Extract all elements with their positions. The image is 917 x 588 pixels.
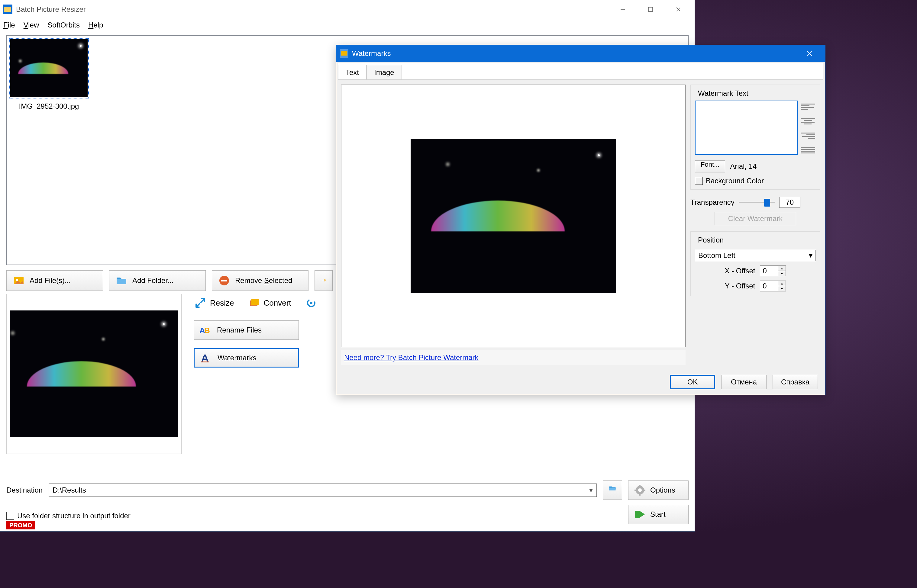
rename-icon: AB [199,324,211,336]
position-select[interactable]: Bottom Left ▾ [695,250,816,261]
extra-button[interactable] [315,270,333,291]
tab-resize[interactable]: Resize [188,294,241,312]
svg-rect-18 [201,362,209,362]
ok-button[interactable]: OK [670,375,715,389]
y-offset-input[interactable]: 0 ▴▾ [760,281,786,291]
watermark-text-input[interactable] [695,100,798,155]
tab-text[interactable]: Text [338,65,367,79]
dialog-tabs: Text Image [338,63,823,80]
menu-file[interactable]: File [3,21,15,29]
watermark-text-group-label: Watermark Text [696,89,750,97]
menu-help[interactable]: Help [88,21,103,29]
options-button[interactable]: Options [628,480,689,500]
svg-rect-23 [634,489,637,491]
transparency-slider[interactable] [739,198,775,207]
thumbnail-item[interactable]: IMG_2952-300.jpg [9,38,89,110]
remove-icon [218,275,230,287]
align-left-icon[interactable] [801,100,815,113]
svg-rect-24 [643,489,645,491]
add-files-button[interactable]: Add File(s)... [6,270,103,291]
window-controls [609,1,692,18]
gear-icon [634,484,646,496]
spin-down-icon[interactable]: ▾ [778,271,786,276]
folder-open-icon [608,484,616,496]
play-icon [634,508,646,520]
image-icon [13,275,25,287]
tab-more[interactable] [299,294,324,312]
app-icon [340,49,348,58]
cancel-button[interactable]: Отмена [721,375,767,389]
svg-point-20 [638,488,642,492]
close-button[interactable] [665,1,692,18]
preview-image [10,310,178,437]
watermark-icon: A [199,352,212,364]
align-right-icon[interactable] [801,129,815,142]
folder-structure-label: Use folder structure in output folder [17,512,131,520]
font-button[interactable]: Font... [695,160,725,173]
svg-rect-2 [4,7,11,12]
svg-text:B: B [204,326,210,335]
transparency-label: Transparency [691,198,734,207]
background-color-label: Background Color [706,177,764,185]
x-offset-input[interactable]: 0 ▴▾ [760,265,786,276]
dialog-titlebar: Watermarks [336,45,825,62]
x-offset-label: X - Offset [725,267,755,275]
background-color-checkbox[interactable] [695,177,703,185]
menu-softorbits[interactable]: SoftOrbits [47,21,80,29]
svg-rect-4 [649,7,653,11]
font-display: Arial, 14 [730,162,757,171]
watermark-preview-canvas [341,84,686,347]
menubar: File View SoftOrbits Help [0,18,695,32]
tab-image[interactable]: Image [367,65,402,79]
folder-structure-checkbox[interactable] [6,512,14,520]
app-icon [3,5,12,14]
folder-icon [115,275,128,287]
add-folder-button[interactable]: Add Folder... [109,270,206,291]
chevron-down-icon: ▾ [809,251,812,260]
remove-selected-button[interactable]: Remove Selected [212,270,309,291]
dialog-close-button[interactable] [797,45,822,62]
tab-convert[interactable]: Convert [241,294,298,312]
swap-icon [321,275,326,287]
text-align-controls [801,100,816,156]
browse-folder-button[interactable] [603,480,622,500]
canvas-image [411,139,616,293]
upsell-link[interactable]: Need more? Try Batch Picture Watermark [344,353,479,362]
svg-rect-12 [251,299,259,305]
rename-files-button[interactable]: AB Rename Files [194,320,299,340]
window-title: Batch Picture Resizer [16,5,86,14]
resize-icon [195,297,206,309]
spin-up-icon[interactable]: ▴ [778,281,786,286]
transparency-value-input[interactable]: 70 [779,197,801,208]
thumbnail-image [10,39,87,97]
maximize-button[interactable] [637,1,665,18]
titlebar: Batch Picture Resizer [0,0,695,18]
watermarks-button[interactable]: A Watermarks [194,348,299,368]
align-center-icon[interactable] [801,115,815,127]
svg-rect-21 [639,485,640,487]
align-justify-icon[interactable] [801,144,815,156]
y-offset-label: Y - Offset [725,282,755,290]
convert-icon [248,297,259,309]
svg-rect-10 [221,279,227,281]
preview-panel [6,294,181,454]
spin-up-icon[interactable]: ▴ [778,265,786,271]
thumbnail-filename: IMG_2952-300.jpg [19,102,79,110]
promo-badge[interactable]: PROMO [6,521,36,530]
svg-rect-22 [639,493,640,496]
destination-combobox[interactable]: D:\Results ▾ [49,483,597,497]
svg-point-8 [16,279,18,281]
svg-rect-25 [635,511,639,518]
dialog-title: Watermarks [352,49,391,58]
position-group-label: Position [696,236,725,244]
svg-point-14 [310,302,312,304]
menu-view[interactable]: View [24,21,39,29]
watermarks-dialog: Watermarks Text Image Need more? Try Bat… [336,45,825,395]
spin-down-icon[interactable]: ▾ [778,286,786,291]
chevron-down-icon: ▾ [589,486,593,494]
clear-watermark-button[interactable]: Clear Watermark [715,212,796,225]
destination-value: D:\Results [53,486,86,494]
start-button[interactable]: Start [628,505,689,524]
minimize-button[interactable] [609,1,637,18]
help-button[interactable]: Справка [773,375,818,389]
